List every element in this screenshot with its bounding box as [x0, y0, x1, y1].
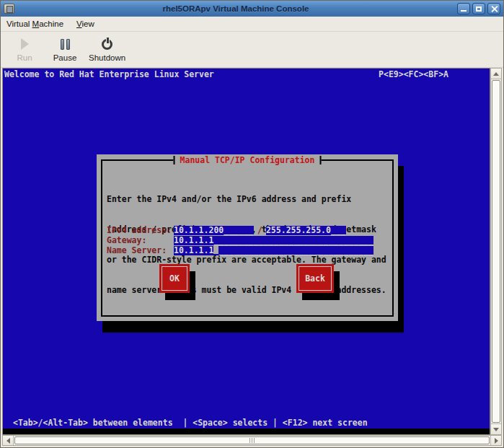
nameserver-label: Name Server:: [107, 245, 174, 255]
header-code: P<E9><FC><BF>A: [379, 69, 448, 79]
pause-button[interactable]: Pause: [48, 35, 81, 62]
horizontal-scrollbar-thumb[interactable]: [14, 436, 490, 444]
nameserver-row: Name Server: 10.1.1.1___________________…: [107, 245, 373, 255]
gateway-row: Gateway: 10.1.1.1_______________________…: [107, 235, 373, 245]
dialog-title-bar: Manual TCP/IP Configuration: [174, 155, 322, 164]
ipv4-address-label: IPv4 address:: [107, 225, 174, 235]
vertical-scrollbar-thumb[interactable]: [492, 80, 500, 423]
ok-button[interactable]: OK: [159, 264, 190, 293]
scroll-up-button[interactable]: [491, 69, 501, 79]
console-help-line: <Tab>/<Alt-Tab> between elements | <Spac…: [13, 418, 368, 428]
ipv4-address-field[interactable]: 10.1.1.200______: [174, 226, 254, 235]
close-icon: [491, 6, 498, 12]
close-button[interactable]: [487, 3, 500, 14]
window-title: rhel5ORApv Virtual Machine Console: [14, 4, 457, 13]
shutdown-label: Shutdown: [89, 53, 125, 62]
run-button[interactable]: Run: [8, 35, 41, 62]
scroll-right-icon: [495, 438, 498, 444]
scroll-down-icon: [493, 428, 499, 431]
scroll-left-icon: [6, 438, 10, 444]
gateway-field[interactable]: 10.1.1.1________________________________: [174, 236, 373, 245]
field-rows: IPv4 address: 10.1.1.200______ / 255.255…: [107, 225, 373, 255]
nameserver-field[interactable]: 10.1.1.1_______________________________: [174, 246, 373, 255]
border-tick-right: [319, 156, 321, 164]
ipv4-row: IPv4 address: 10.1.1.200______ / 255.255…: [107, 225, 373, 235]
vm-display[interactable]: Welcome to Red Hat Enterprise Linux Serv…: [2, 68, 490, 435]
titlebar[interactable]: rhel5ORApv Virtual Machine Console: [1, 1, 503, 17]
tcpip-dialog: Manual TCP/IP Configuration Enter the IP…: [97, 154, 398, 321]
vm-console-window: rhel5ORApv Virtual Machine Console Virtu…: [0, 0, 504, 448]
netmask-field[interactable]: 255.255.255.0___: [266, 226, 346, 235]
gateway-label: Gateway:: [107, 235, 174, 245]
scroll-up-icon: [493, 72, 499, 76]
toolbar: Run Pause Shutdown: [1, 32, 503, 68]
vertical-scrollbar[interactable]: [490, 68, 502, 435]
dialog-title: Manual TCP/IP Configuration: [175, 155, 320, 165]
shutdown-button[interactable]: Shutdown: [89, 35, 125, 62]
scroll-left-button[interactable]: [3, 436, 14, 445]
run-label: Run: [17, 53, 32, 62]
pause-icon: [61, 39, 70, 50]
menubar: Virtual Machine View: [1, 17, 503, 32]
welcome-text: Welcome to Red Hat Enterprise Linux Serv…: [4, 69, 214, 79]
menu-virtual-machine[interactable]: Virtual Machine: [6, 19, 63, 28]
scroll-down-button[interactable]: [491, 423, 501, 434]
console-area: Welcome to Red Hat Enterprise Linux Serv…: [2, 68, 502, 435]
pause-label: Pause: [53, 53, 77, 62]
prefix-separator: /: [254, 225, 266, 235]
minimize-icon: [461, 10, 467, 12]
shutdown-icon: [102, 39, 112, 50]
window-icon: [4, 4, 14, 14]
run-icon: [21, 38, 29, 50]
menu-view[interactable]: View: [76, 19, 94, 28]
back-button-border: [299, 266, 332, 291]
vm-text-screen: Welcome to Red Hat Enterprise Linux Serv…: [3, 69, 490, 429]
maximize-button[interactable]: [472, 3, 485, 14]
ok-button-border: [162, 266, 187, 291]
back-button[interactable]: Back: [296, 264, 334, 293]
horizontal-scrollbar[interactable]: [2, 435, 502, 446]
console-header: Welcome to Red Hat Enterprise Linux Serv…: [4, 69, 448, 79]
minimize-button[interactable]: [457, 3, 470, 14]
scroll-right-button[interactable]: [490, 436, 501, 445]
maximize-icon: [476, 6, 482, 12]
